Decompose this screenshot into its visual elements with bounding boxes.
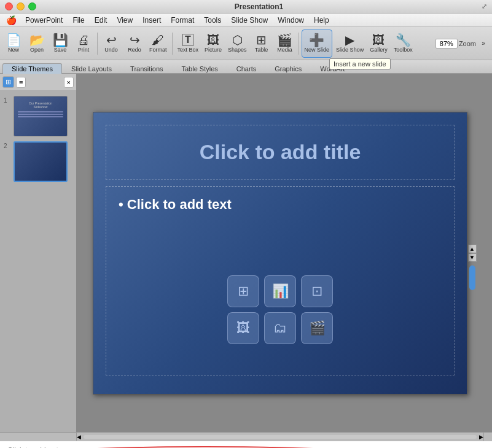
insert-media-icon[interactable]: 🎬 (301, 312, 333, 344)
format-icon: 🖌 (152, 34, 164, 46)
slide-canvas[interactable]: Click to add title • Click to add text ⊞… (93, 112, 467, 395)
list-view-button[interactable]: ≡ (16, 77, 26, 88)
content-icons: ⊞ 📊 ⊡ 🖼 🗂 🎬 (227, 275, 333, 344)
menu-file[interactable]: File (68, 15, 89, 26)
insert-table-icon[interactable]: ⊞ (227, 275, 259, 307)
tab-graphics[interactable]: Graphics (265, 63, 311, 74)
insert-picture-icon[interactable]: 🖼 (227, 312, 259, 344)
notes-area[interactable]: Click to add notes (0, 441, 492, 448)
textbox-icon: T (182, 34, 193, 46)
textbox-label: Text Box (178, 47, 199, 53)
open-button[interactable]: 📂 Open (26, 29, 48, 58)
media-icon: 🎬 (277, 34, 292, 46)
slide-thumbnails: 1 Our PresentationSlideshow 2 (0, 91, 76, 187)
open-label: Open (30, 47, 44, 53)
grid-view-button[interactable]: ⊞ (2, 76, 14, 88)
gallery-button[interactable]: 🖼 Gallery (367, 29, 390, 58)
separator-1 (97, 33, 98, 55)
slide-2-thumb[interactable] (14, 141, 68, 182)
slide-2-wrapper: 2 (4, 141, 72, 182)
hscroll-left-arrow[interactable]: ◀ (77, 434, 81, 440)
new-slide-button[interactable]: ➕ New Slide (302, 29, 333, 58)
print-button[interactable]: 🖨 Print (72, 29, 95, 58)
redo-icon: ↪ (130, 34, 140, 46)
canvas-area: Click to add title • Click to add text ⊞… (77, 74, 492, 432)
minimize-button[interactable] (17, 2, 25, 10)
menu-view[interactable]: View (112, 15, 138, 26)
slide-panel: ⊞ ≡ × 1 Our PresentationSlideshow (0, 74, 77, 432)
slide-1-content: Our PresentationSlideshow (14, 96, 67, 136)
shapes-label: Shapes (228, 47, 247, 53)
zoom-value[interactable]: 87% (435, 39, 458, 49)
menubar: 🍎 PowerPoint File Edit View Insert Forma… (0, 14, 492, 27)
slideshow-button[interactable]: ▶ Slide Show (334, 29, 366, 58)
tab-slide-layouts[interactable]: Slide Layouts (62, 63, 121, 74)
tab-table-styles[interactable]: Table Styles (173, 63, 227, 74)
gallery-icon: 🖼 (372, 34, 385, 46)
tab-slide-themes[interactable]: Slide Themes (2, 63, 62, 74)
tab-charts[interactable]: Charts (227, 63, 265, 74)
line-3 (18, 116, 63, 117)
window-controls (5, 2, 36, 10)
scroll-up-button[interactable]: ▲ (468, 245, 477, 253)
titlebar-right: ⤢ (482, 2, 487, 10)
textbox-button[interactable]: T Text Box (175, 29, 201, 58)
print-label: Print (78, 47, 90, 53)
menu-tools[interactable]: Tools (199, 15, 226, 26)
tab-transitions[interactable]: Transitions (121, 63, 172, 74)
menu-help[interactable]: Help (309, 15, 334, 26)
toolbox-icon: 🔧 (396, 34, 411, 46)
save-button[interactable]: 💾 Save (49, 29, 71, 58)
menu-slideshow[interactable]: Slide Show (226, 15, 273, 26)
new-label: New (8, 47, 19, 53)
hscroll-right-arrow[interactable]: ▶ (479, 434, 483, 440)
zoom-label[interactable]: Zoom (459, 40, 476, 47)
insert-chart-icon[interactable]: 📊 (264, 275, 296, 307)
shapes-button[interactable]: ⬡ Shapes (225, 29, 249, 58)
toolbox-button[interactable]: 🔧 Toolbox (391, 29, 415, 58)
insert-smartart-icon[interactable]: ⊡ (301, 275, 333, 307)
menu-format[interactable]: Format (166, 15, 199, 26)
media-label: Media (277, 47, 292, 53)
slideshow-icon: ▶ (345, 34, 354, 46)
gallery-label: Gallery (370, 47, 388, 53)
format-button[interactable]: 🖌 Format (147, 29, 170, 58)
scroll-thumb[interactable] (469, 265, 475, 290)
redo-button[interactable]: ↪ Redo (123, 29, 146, 58)
zoom-area: 87% Zoom (435, 39, 476, 49)
scroll-down-button[interactable]: ▼ (468, 253, 477, 262)
maximize-button[interactable] (28, 2, 36, 10)
expand-icon[interactable]: ⤢ (482, 2, 487, 10)
close-button[interactable] (5, 2, 13, 10)
table-label: Table (255, 47, 268, 53)
menu-app[interactable]: PowerPoint (20, 15, 68, 26)
close-panel-button[interactable]: × (64, 77, 74, 88)
hscroll-left-spacer (0, 433, 77, 441)
hscroll-track[interactable] (84, 435, 477, 439)
slide-bullet-text: • Click to add text (119, 197, 232, 213)
toolbar: 📄 New 📂 Open 💾 Save 🖨 Print ↩ Undo ↪ Red… (0, 27, 492, 60)
ribbon-tabs: Slide Themes Slide Layouts Transitions T… (0, 60, 492, 74)
new-button[interactable]: 📄 New (2, 29, 25, 58)
slide-title-area[interactable]: Click to add title (106, 125, 455, 180)
slide-1-thumb[interactable]: Our PresentationSlideshow (14, 96, 68, 136)
picture-icon: 🖼 (207, 34, 219, 46)
shapes-icon: ⬡ (232, 34, 243, 46)
tooltip: Insert a new slide (329, 58, 391, 69)
titlebar: Presentation1 ⤢ (0, 0, 492, 14)
slide-content-area[interactable]: • Click to add text ⊞ 📊 ⊡ 🖼 🗂 🎬 (106, 186, 455, 375)
separator-2 (172, 33, 173, 55)
menu-window[interactable]: Window (273, 15, 309, 26)
slide-1-num: 1 (4, 97, 11, 104)
apple-menu[interactable]: 🍎 (2, 14, 20, 26)
picture-button[interactable]: 🖼 Picture (202, 29, 224, 58)
toolbar-overflow[interactable]: » (477, 29, 490, 58)
table-button[interactable]: ⊞ Table (251, 29, 273, 58)
insert-clipart-icon[interactable]: 🗂 (264, 312, 296, 344)
menu-edit[interactable]: Edit (90, 15, 112, 26)
save-label: Save (54, 47, 67, 53)
slide-1-lines (18, 111, 63, 119)
menu-insert[interactable]: Insert (138, 15, 166, 26)
undo-button[interactable]: ↩ Undo (100, 29, 122, 58)
media-button[interactable]: 🎬 Media (274, 29, 296, 58)
